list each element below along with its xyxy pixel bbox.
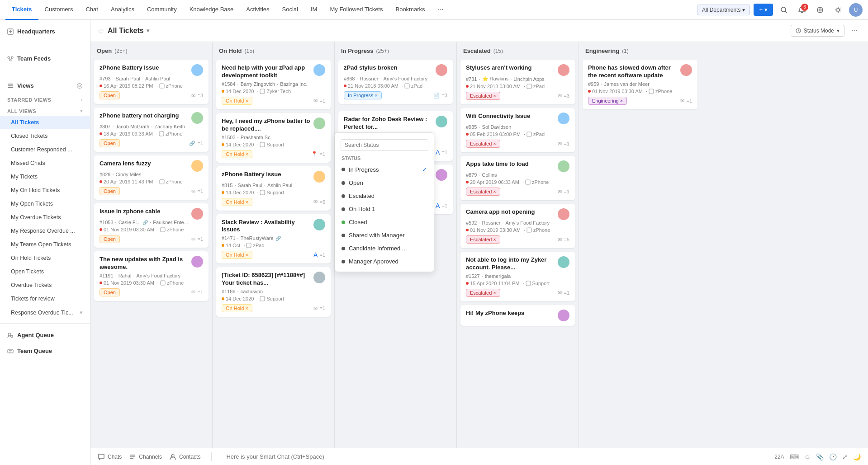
add-button[interactable]: + ▾ — [754, 4, 773, 16]
status-badge[interactable]: Escalated × — [466, 235, 500, 244]
sidebar-item-open-tickets[interactable]: Open Tickets — [0, 265, 90, 278]
status-badge[interactable]: Escalated × — [466, 140, 500, 148]
table-row[interactable]: zPad stylus broken #668 · Rossner · Amy'… — [338, 60, 453, 104]
sidebar-headquarters[interactable]: Headquarters — [0, 23, 90, 39]
status-option-manager[interactable]: Manager Approved — [335, 255, 434, 268]
nav-item-activities[interactable]: Activities — [240, 0, 275, 20]
status-option-escalated[interactable]: Escalated — [335, 189, 434, 202]
sidebar-item-my-response-overdue[interactable]: My Response Overdue ... — [0, 224, 90, 238]
search-icon-btn[interactable] — [777, 3, 791, 17]
table-row[interactable]: Need help with your zPad app development… — [216, 60, 331, 109]
moon-icon[interactable]: 🌙 — [853, 453, 861, 460]
nav-item-followed[interactable]: My Followed Tickets — [323, 0, 389, 20]
status-search-input[interactable] — [341, 139, 428, 151]
nav-item-tickets[interactable]: Tickets — [5, 0, 38, 20]
status-option-closed[interactable]: Closed — [335, 216, 434, 229]
card-title: Issue in zphone cable — [100, 208, 160, 216]
sidebar-item-my-overdue[interactable]: My Overdue Tickets — [0, 211, 90, 224]
keyboard-icon[interactable]: ⌨ — [790, 453, 799, 460]
sidebar-item-overdue[interactable]: Overdue Tickets — [0, 278, 90, 292]
nav-item-social[interactable]: Social — [276, 0, 304, 20]
sidebar-item-my-teams-open[interactable]: My Teams Open Tickets — [0, 238, 90, 251]
table-row[interactable]: Styluses aren't working #731 · ⭐ Hawkins… — [460, 60, 575, 104]
table-row[interactable]: Issue in zphone cable #1053 · Casie Fl..… — [94, 203, 209, 248]
table-row[interactable]: zPhone Battery Issue #793 · Sarah Paul ·… — [94, 60, 209, 104]
sidebar-item-tickets-review[interactable]: Tickets for review — [0, 292, 90, 305]
status-badge[interactable]: Open — [100, 139, 120, 147]
table-row[interactable]: Slack Review : Availability issues #1471… — [216, 214, 331, 264]
sidebar-item-my-on-hold[interactable]: My On Hold Tickets — [0, 183, 90, 197]
status-badge[interactable]: In Progress × — [344, 91, 382, 99]
product-icon — [159, 179, 165, 184]
status-mode-button[interactable]: Status Mode ▾ — [791, 25, 844, 37]
clock-icon[interactable]: 🕐 — [829, 453, 837, 460]
sidebar-item-on-hold[interactable]: On Hold Tickets — [0, 251, 90, 265]
dept-selector[interactable]: All Departments ▾ — [697, 5, 750, 15]
status-badge[interactable]: Engineering × — [588, 97, 627, 105]
table-row[interactable]: Hi! My zPhone keeps — [460, 305, 575, 326]
status-badge[interactable]: On Hold × — [222, 150, 252, 158]
table-row[interactable]: Camera app not opening #592 · Rossner · … — [460, 204, 575, 248]
status-option-shared[interactable]: Shared with Manager — [335, 229, 434, 242]
emoji-icon[interactable]: ☺ — [804, 453, 811, 460]
sidebar-team-queue[interactable]: Team Queue — [0, 343, 90, 359]
expand-icon[interactable]: ⤢ — [842, 453, 848, 460]
sidebar-team-feeds[interactable]: Team Feeds — [0, 51, 90, 66]
status-badge[interactable]: Escalated × — [466, 289, 500, 297]
settings-icon-btn[interactable] — [831, 3, 845, 17]
status-badge[interactable]: Open — [100, 91, 120, 99]
status-badge[interactable]: On Hold × — [222, 304, 252, 312]
sidebar-item-my-open[interactable]: My Open Tickets — [0, 197, 90, 211]
status-option-inprogress[interactable]: In Progress ✓ — [335, 163, 434, 176]
all-tickets-title[interactable]: All Tickets ▾ — [108, 27, 149, 35]
table-row[interactable]: zPhone Battery issue #815 · Sarah Paul ·… — [216, 166, 331, 211]
more-options-button[interactable]: ··· — [848, 24, 861, 37]
status-badge[interactable]: Escalated × — [466, 188, 500, 196]
star-icon[interactable]: ☆ — [98, 27, 104, 35]
table-row[interactable]: Camera lens fuzzy #829 · Cindy Miles 20 … — [94, 155, 209, 200]
status-badge[interactable]: On Hold × — [222, 251, 252, 259]
status-badge[interactable]: Escalated × — [466, 92, 500, 100]
attach-icon[interactable]: 📎 — [816, 453, 824, 460]
nav-item-knowledge[interactable]: Knowledge Base — [183, 0, 240, 20]
status-option-open[interactable]: Open — [335, 176, 434, 189]
nav-item-im[interactable]: IM — [304, 0, 323, 20]
contacts-tab[interactable]: Contacts — [169, 453, 200, 460]
status-option-onhold1[interactable]: On Hold 1 — [335, 202, 434, 216]
sidebar-item-closed[interactable]: Closed Tickets — [0, 129, 90, 143]
sidebar-item-all-tickets[interactable]: All Tickets — [0, 116, 90, 129]
game-icon-btn[interactable] — [813, 3, 827, 17]
nav-item-bookmarks[interactable]: Bookmarks — [389, 0, 431, 20]
chats-tab[interactable]: Chats — [98, 453, 122, 460]
nav-item-chat[interactable]: Chat — [79, 0, 104, 20]
status-badge[interactable]: On Hold × — [222, 198, 252, 206]
table-row[interactable]: The new updates with Zpad is awesome. #1… — [94, 251, 209, 301]
nav-item-community[interactable]: Community — [141, 0, 183, 20]
table-row[interactable]: Hey, I need my zPhone batter to be repla… — [216, 113, 331, 163]
table-row[interactable]: Apps take time to load #879 · Collins 20… — [460, 156, 575, 200]
notification-icon-btn[interactable]: 6 — [795, 3, 809, 17]
status-badge[interactable]: On Hold × — [222, 97, 252, 105]
user-avatar[interactable]: U — [849, 3, 863, 17]
status-option-candidate[interactable]: Candidate Informed ... — [335, 242, 434, 255]
sidebar-item-missed-chats[interactable]: Missed Chats — [0, 156, 90, 170]
nav-item-customers[interactable]: Customers — [38, 0, 80, 20]
status-badge[interactable]: Open — [100, 235, 120, 243]
table-row[interactable]: Wifi Connectivity Issue #935 · Sol David… — [460, 108, 575, 152]
table-row[interactable]: Not able to log into my Zyker account. P… — [460, 252, 575, 301]
table-row[interactable]: zPhone battery not charging #807 · Jacob… — [94, 108, 209, 152]
nav-more-icon[interactable]: ⋯ — [432, 0, 450, 20]
sidebar-item-response-overdue[interactable]: Response Overdue Tic... ▾ — [0, 305, 90, 319]
smart-chat-input[interactable] — [223, 453, 767, 460]
channels-tab[interactable]: Channels — [129, 453, 162, 460]
table-row[interactable]: [Ticket ID: 658623] [##1188##] Your tick… — [216, 267, 331, 317]
sidebar-agent-queue[interactable]: Agent Queue — [0, 327, 90, 343]
nav-item-analytics[interactable]: Analytics — [104, 0, 141, 20]
sidebar-views-header[interactable]: Views — [0, 78, 90, 94]
sidebar-item-my-tickets[interactable]: My Tickets — [0, 170, 90, 183]
status-badge[interactable]: Open — [100, 288, 120, 296]
sidebar-item-customer-responded[interactable]: Customer Responded ... — [0, 143, 90, 156]
status-badge[interactable]: Open — [100, 187, 120, 195]
table-row[interactable]: Phone has slowed down after the recent s… — [583, 60, 697, 109]
status-dropdown[interactable]: STATUS In Progress ✓ Open Escalate — [335, 132, 434, 272]
